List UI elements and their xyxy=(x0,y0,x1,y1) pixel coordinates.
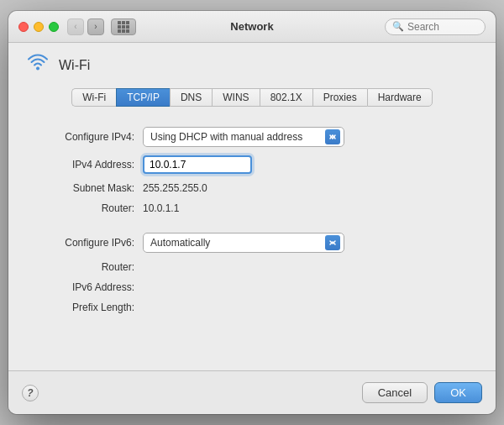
network-window: ‹ › Network 🔍 xyxy=(8,11,496,414)
configure-ipv4-label: Configure IPv4: xyxy=(25,131,143,143)
router-ipv6-row: Router: xyxy=(25,261,479,273)
window-title: Network xyxy=(230,20,273,33)
router-ipv4-value: 10.0.1.1 xyxy=(143,202,179,214)
configure-ipv6-row: Configure IPv6: Automatically xyxy=(25,233,479,253)
tab-wins[interactable]: WINS xyxy=(212,88,259,107)
titlebar: ‹ › Network 🔍 xyxy=(8,11,496,43)
prefix-length-row: Prefix Length: xyxy=(25,302,479,313)
form-section: Configure IPv4: Using DHCP with manual a… xyxy=(25,118,479,370)
forward-button[interactable]: › xyxy=(87,18,104,35)
dropdown-arrow-ipv6-icon xyxy=(325,235,340,250)
ipv4-address-label: IPv4 Address: xyxy=(25,159,143,171)
configure-ipv6-label: Configure IPv6: xyxy=(25,237,143,249)
search-icon: 🔍 xyxy=(392,21,404,32)
svg-point-0 xyxy=(36,67,39,71)
configure-ipv4-row: Configure IPv4: Using DHCP with manual a… xyxy=(25,127,479,147)
subnet-mask-label: Subnet Mask: xyxy=(25,182,143,194)
tab-dns[interactable]: DNS xyxy=(170,88,212,107)
configure-ipv4-dropdown[interactable]: Using DHCP with manual address xyxy=(143,127,344,147)
router-ipv6-label: Router: xyxy=(25,261,143,273)
main-content: Wi-Fi Wi-Fi TCP/IP DNS WINS 802.1X Proxi… xyxy=(8,43,496,370)
footer: ? Cancel OK xyxy=(8,370,496,414)
nav-buttons: ‹ › xyxy=(67,18,136,35)
traffic-lights xyxy=(18,22,59,32)
search-bar[interactable]: 🔍 xyxy=(385,18,486,35)
configure-ipv6-value: Automatically xyxy=(150,237,325,249)
wifi-label: Wi-Fi xyxy=(59,58,90,73)
ok-button[interactable]: OK xyxy=(434,382,482,403)
grid-icon xyxy=(118,21,129,33)
close-button[interactable] xyxy=(18,22,29,32)
router-ipv4-label: Router: xyxy=(25,202,143,214)
ipv4-address-input[interactable] xyxy=(143,155,252,174)
back-button[interactable]: ‹ xyxy=(67,18,84,35)
tab-8021x[interactable]: 802.1X xyxy=(260,88,312,107)
tab-wifi[interactable]: Wi-Fi xyxy=(71,88,116,107)
cancel-button[interactable]: Cancel xyxy=(362,382,428,403)
search-input[interactable] xyxy=(407,21,475,33)
prefix-length-label: Prefix Length: xyxy=(25,302,143,313)
dropdown-arrow-icon xyxy=(325,129,340,144)
subnet-mask-row: Subnet Mask: 255.255.255.0 xyxy=(25,182,479,194)
wifi-header: Wi-Fi xyxy=(25,53,479,78)
minimize-button[interactable] xyxy=(34,22,44,32)
ipv6-address-row: IPv6 Address: xyxy=(25,281,479,293)
ipv4-address-row: IPv4 Address: xyxy=(25,155,479,174)
help-button[interactable]: ? xyxy=(22,385,39,401)
wifi-icon xyxy=(25,53,50,78)
configure-ipv4-value: Using DHCP with manual address xyxy=(150,131,325,143)
tab-proxies[interactable]: Proxies xyxy=(312,88,367,107)
grid-button[interactable] xyxy=(111,18,136,35)
router-ipv4-row: Router: 10.0.1.1 xyxy=(25,202,479,214)
configure-ipv6-dropdown[interactable]: Automatically xyxy=(143,233,344,253)
tab-tcpip[interactable]: TCP/IP xyxy=(116,88,170,107)
subnet-mask-value: 255.255.255.0 xyxy=(143,182,207,194)
maximize-button[interactable] xyxy=(49,22,59,32)
tab-bar: Wi-Fi TCP/IP DNS WINS 802.1X Proxies Har… xyxy=(25,88,479,107)
tab-hardware[interactable]: Hardware xyxy=(367,88,433,107)
ipv6-address-label: IPv6 Address: xyxy=(25,281,143,293)
footer-buttons: Cancel OK xyxy=(362,382,482,403)
